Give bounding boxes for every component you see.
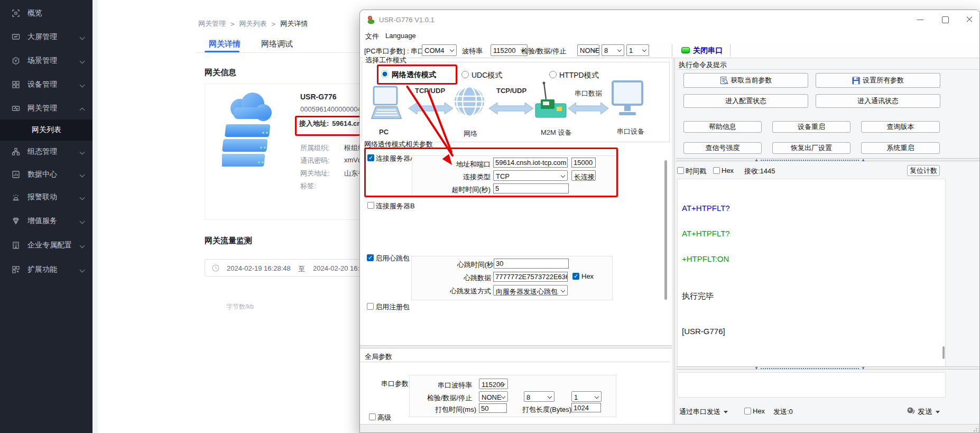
minimize-button[interactable]: [911, 12, 929, 27]
register-checkbox[interactable]: [367, 303, 374, 310]
form-scrollbar[interactable]: [664, 160, 667, 300]
system-restart-button[interactable]: 系统重启: [861, 142, 940, 154]
global-baud-select[interactable]: 115200: [479, 379, 508, 389]
magnifier-doc-icon: [720, 76, 728, 85]
chevron-down-icon: [724, 411, 728, 413]
stopbits-select[interactable]: 1: [626, 44, 649, 56]
send-via-dropdown[interactable]: 通过串口发送: [679, 407, 728, 417]
databits-select[interactable]: 8: [602, 44, 624, 56]
window-titlebar[interactable]: USR-G776 V1.0.1: [360, 10, 980, 30]
arrow-middle-icon: [489, 102, 533, 115]
tab-gateway-detail[interactable]: 网关详情: [209, 39, 241, 49]
global-databits-select[interactable]: 8: [524, 391, 554, 402]
help-button[interactable]: 帮助信息: [683, 121, 762, 133]
factory-reset-button[interactable]: 恢复出厂设置: [772, 142, 850, 154]
log-splitter[interactable]: ▲ ▲: [676, 158, 980, 161]
heartbeat-checkbox[interactable]: [367, 254, 374, 261]
serial-status-led-icon: [681, 47, 690, 53]
get-params-button[interactable]: 获取当前参数: [683, 73, 808, 88]
send-hex-label[interactable]: Hex: [753, 407, 765, 415]
timestamp-label[interactable]: 时间戳: [686, 167, 706, 176]
gateway-icon: [12, 104, 20, 113]
register-label[interactable]: 启用注册包: [375, 302, 410, 312]
set-all-params-button[interactable]: 设置所有参数: [816, 73, 940, 88]
chevron-down-icon: [80, 243, 85, 248]
sidebar-item-gateway-list[interactable]: 网关列表: [0, 119, 93, 141]
enter-comm-button[interactable]: 进入通讯状态: [816, 94, 940, 108]
network-globe-icon: [454, 80, 485, 123]
alarm-icon: [12, 193, 20, 201]
advanced-checkbox[interactable]: [369, 413, 376, 420]
sidebar-item-overview[interactable]: 概览: [0, 3, 93, 24]
heartbeat-time-label: 心跳时间(秒: [446, 260, 494, 270]
radio-udc-label[interactable]: UDC模式: [471, 71, 502, 80]
query-version-button[interactable]: 查询版本: [861, 121, 940, 133]
device-restart-button[interactable]: 设备重启: [772, 121, 850, 133]
chevron-down-icon: [617, 48, 622, 52]
breadcrumb-gateway-mgmt[interactable]: 网关管理: [198, 19, 226, 29]
menu-file[interactable]: 文件: [365, 32, 379, 41]
receive-log[interactable]: AT+HTPFLT? AT+HTPFLT? +HTPFLT:ON 执行完毕 [U…: [677, 179, 946, 368]
heartbeat-time-input[interactable]: 30: [494, 259, 569, 269]
sidebar-item-scene[interactable]: 场景管理: [0, 50, 93, 71]
form-splitter[interactable]: [360, 345, 672, 348]
com-port-select[interactable]: COM4: [422, 44, 457, 56]
radio-httpd[interactable]: [549, 71, 557, 78]
server-a-annotation-box: [364, 148, 618, 197]
scene-icon: [12, 57, 20, 65]
sidebar-item-alarm[interactable]: 报警联动: [0, 187, 93, 208]
signal-strength-button[interactable]: 查信号强度: [683, 142, 762, 154]
sidebar-item-enterprise[interactable]: 企业专属配置: [0, 235, 93, 256]
reset-count-button[interactable]: 复位计数: [907, 165, 940, 176]
sidebar-item-device[interactable]: 设备管理: [0, 74, 93, 95]
send-button[interactable]: 发送: [918, 407, 940, 417]
pack-time-input[interactable]: 50: [479, 403, 507, 413]
timestamp-checkbox[interactable]: [677, 167, 684, 174]
heartbeat-mode-label: 心跳发送方式: [443, 287, 491, 296]
speaker-icon: [907, 406, 916, 415]
advanced-label[interactable]: 高级: [377, 413, 391, 422]
radio-udc[interactable]: [461, 71, 469, 78]
serial-device-label: 串口设备: [617, 127, 644, 136]
close-button[interactable]: [960, 12, 978, 27]
log-line: [USR-G776]: [682, 327, 725, 336]
heartbeat-hex-checkbox[interactable]: [572, 273, 579, 280]
sidebar-item-extensions[interactable]: 扩展功能: [0, 259, 93, 280]
heartbeat-label[interactable]: 启用心跳包: [375, 254, 410, 263]
sidebar-item-gateway[interactable]: 网关管理: [0, 98, 93, 119]
tab-network-debug[interactable]: 网络调试: [261, 39, 293, 49]
server-b-label[interactable]: 连接服务器B: [376, 201, 415, 211]
sidebar-item-value-added[interactable]: 增值服务: [0, 210, 93, 232]
config-form: 选择工作模式 网络透传模式 UDC模式 HTTPD模式 PC TCP/UDP: [360, 58, 672, 424]
global-parity-select[interactable]: NONE: [479, 391, 508, 402]
date-start[interactable]: 2024-02-19 16:28:48: [227, 264, 291, 272]
gateway-name: USR-G776: [300, 93, 336, 101]
log-line: +HTPFLT:ON: [682, 254, 729, 263]
breadcrumb-gateway-list[interactable]: 网关列表: [239, 19, 267, 29]
maximize-button[interactable]: [936, 12, 954, 27]
radio-httpd-label[interactable]: HTTPD模式: [559, 71, 599, 80]
sidebar-item-configuration[interactable]: 组态管理: [0, 141, 93, 162]
heartbeat-hex-label[interactable]: Hex: [581, 272, 594, 280]
send-input[interactable]: [677, 372, 946, 398]
resize-grip[interactable]: [973, 427, 978, 432]
send-splitter[interactable]: ▼ ▼: [676, 366, 980, 370]
recv-hex-label[interactable]: Hex: [722, 167, 734, 174]
heartbeat-data-label: 心跳数据: [443, 273, 491, 283]
server-b-checkbox[interactable]: [367, 202, 374, 209]
close-serial-button[interactable]: 关闭串口: [677, 44, 728, 57]
log-scrollbar[interactable]: [942, 346, 945, 359]
heartbeat-data-input[interactable]: 7777772E7573722E636E: [493, 272, 568, 282]
recv-hex-checkbox[interactable]: [713, 167, 720, 174]
sidebar-item-data-center[interactable]: 数据中心: [0, 164, 93, 185]
enter-config-button[interactable]: 进入配置状态: [683, 94, 808, 108]
sidebar-item-screen[interactable]: 大屏管理: [0, 26, 93, 48]
send-hex-checkbox[interactable]: [744, 408, 751, 414]
serial-device-icon: [612, 80, 643, 124]
heartbeat-mode-select[interactable]: 向服务器发送心跳包: [493, 285, 568, 296]
menu-language[interactable]: Language: [385, 32, 416, 40]
global-stopbits-select[interactable]: 1: [571, 391, 602, 402]
parity-select[interactable]: NONE: [577, 44, 599, 56]
global-pds-label: 检验/数据/停止: [424, 393, 472, 403]
pack-len-input[interactable]: 1024: [571, 403, 601, 412]
